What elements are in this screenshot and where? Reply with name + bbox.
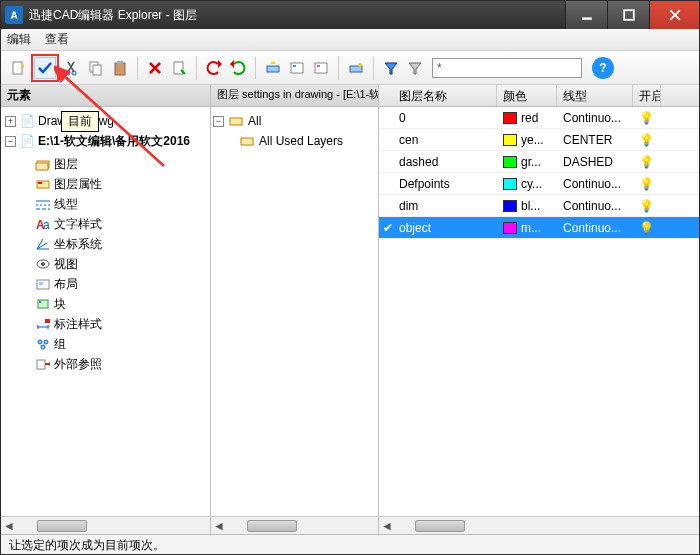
svg-text:a: a [43, 218, 50, 231]
tool-3-icon[interactable] [310, 57, 332, 79]
svg-point-19 [358, 63, 362, 67]
delete-icon[interactable] [144, 57, 166, 79]
tree-item[interactable]: 图层 [21, 154, 208, 174]
filter-all[interactable]: −All [213, 111, 376, 131]
svg-point-41 [38, 340, 42, 344]
current-button-highlight [31, 54, 59, 82]
mid-pane-header: 图层 settings in drawing - [E:\1-软文编辑\备用软文… [211, 85, 378, 107]
svg-rect-15 [293, 65, 296, 67]
svg-rect-10 [174, 62, 183, 74]
svg-rect-7 [93, 65, 101, 75]
close-button[interactable] [649, 1, 699, 29]
mid-scrollbar[interactable]: ◄ [211, 516, 378, 534]
svg-marker-45 [47, 362, 50, 366]
filter-used[interactable]: All Used Layers [213, 131, 376, 151]
tooltip: 目前 [61, 111, 99, 132]
redo-icon[interactable] [227, 57, 249, 79]
toolbar: * ? [1, 51, 699, 85]
layer-grid[interactable]: 0redContinuo...💡cenye...CENTER💡dashedgr.… [379, 107, 699, 516]
svg-rect-8 [115, 63, 125, 75]
tree-item[interactable]: 线型 [21, 194, 208, 214]
tree-item[interactable]: 坐标系统 [21, 234, 208, 254]
svg-point-43 [41, 345, 45, 349]
table-row[interactable]: cenye...CENTER💡 [379, 129, 699, 151]
titlebar: A 迅捷CAD编辑器 Explorer - 图层 [1, 1, 699, 29]
table-row[interactable]: dashedgr...DASHED💡 [379, 151, 699, 173]
col-on[interactable]: 开启 [633, 85, 661, 106]
tree-item[interactable]: 标注样式 [21, 314, 208, 334]
svg-point-32 [41, 262, 45, 266]
window-title: 迅捷CAD编辑器 Explorer - 图层 [29, 7, 565, 24]
table-row[interactable]: Defpointscy...Continuo...💡 [379, 173, 699, 195]
search-input[interactable]: * [432, 58, 582, 78]
col-name[interactable]: 图层名称 [379, 85, 497, 106]
svg-point-36 [39, 301, 41, 303]
svg-rect-16 [315, 63, 327, 73]
menubar: 编辑 查看 [1, 29, 699, 51]
filter-off-icon[interactable] [404, 57, 426, 79]
col-linetype[interactable]: 线型 [557, 85, 633, 106]
tree-item[interactable]: 布局 [21, 274, 208, 294]
left-pane-header: 元素 [1, 85, 210, 107]
maximize-button[interactable] [607, 1, 649, 29]
svg-marker-11 [218, 60, 222, 68]
element-tree[interactable]: 目前 +📄Drawing1.dwg −📄E:\1-软文编辑\备用软文2016 图… [1, 107, 210, 516]
tool-4-icon[interactable] [345, 57, 367, 79]
checkmark-icon[interactable] [34, 57, 56, 79]
filter-icon[interactable] [380, 57, 402, 79]
svg-marker-20 [385, 63, 397, 74]
status-bar: 让选定的项次成为目前项次。 [1, 534, 699, 554]
svg-rect-34 [39, 282, 43, 285]
menu-edit[interactable]: 编辑 [7, 31, 31, 48]
minimize-button[interactable] [565, 1, 607, 29]
svg-rect-44 [37, 360, 45, 369]
svg-marker-21 [409, 63, 421, 74]
table-row[interactable]: 0redContinuo...💡 [379, 107, 699, 129]
svg-rect-25 [38, 182, 42, 184]
tree-file[interactable]: +📄Drawing1.dwg [5, 111, 208, 131]
tool-1-icon[interactable] [262, 57, 284, 79]
svg-rect-13 [267, 66, 279, 72]
tree-item[interactable]: 视图 [21, 254, 208, 274]
tree-item[interactable]: 外部参照 [21, 354, 208, 374]
new-icon[interactable] [7, 57, 29, 79]
grid-header: 图层名称 颜色 线型 开启 [379, 85, 699, 107]
svg-point-42 [44, 340, 48, 344]
tree-item[interactable]: Aa文字样式 [21, 214, 208, 234]
svg-rect-46 [230, 118, 242, 125]
svg-marker-12 [230, 60, 234, 68]
svg-rect-9 [117, 61, 123, 64]
svg-rect-40 [45, 319, 50, 323]
copy-icon[interactable] [85, 57, 107, 79]
svg-rect-17 [317, 65, 320, 67]
help-button[interactable]: ? [592, 57, 614, 79]
svg-rect-14 [291, 63, 303, 73]
tree-item[interactable]: 图层属性 [21, 174, 208, 194]
svg-rect-0 [582, 17, 592, 19]
cut-icon[interactable] [61, 57, 83, 79]
col-color[interactable]: 颜色 [497, 85, 557, 106]
filter-tree[interactable]: −All All Used Layers [211, 107, 378, 516]
purge-icon[interactable] [168, 57, 190, 79]
table-row[interactable]: dimbl...Continuo...💡 [379, 195, 699, 217]
tree-item[interactable]: 组 [21, 334, 208, 354]
undo-icon[interactable] [203, 57, 225, 79]
tree-file-active[interactable]: −📄E:\1-软文编辑\备用软文2016 图层图层属性线型Aa文字样式坐标系统视… [5, 131, 208, 374]
table-row[interactable]: objectm...Continuo...💡 [379, 217, 699, 239]
right-scrollbar[interactable]: ◄ [379, 516, 699, 534]
svg-rect-1 [624, 10, 634, 20]
tool-2-icon[interactable] [286, 57, 308, 79]
tree-item[interactable]: 块 [21, 294, 208, 314]
menu-view[interactable]: 查看 [45, 31, 69, 48]
paste-icon[interactable] [109, 57, 131, 79]
svg-rect-47 [241, 138, 253, 145]
left-scrollbar[interactable]: ◄ [1, 516, 210, 534]
app-icon: A [5, 6, 23, 24]
svg-rect-23 [36, 163, 48, 170]
